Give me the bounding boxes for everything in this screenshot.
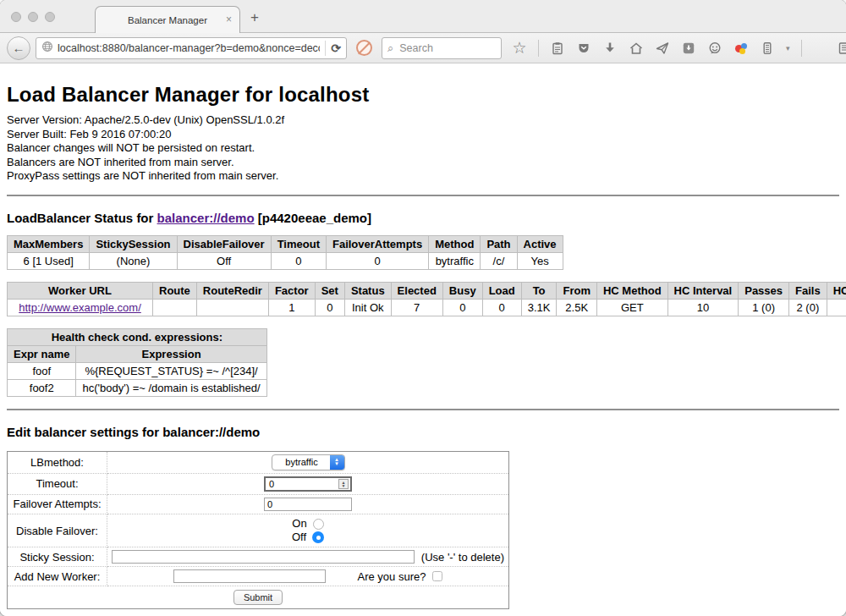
content-blocked-icon[interactable] [356, 40, 372, 56]
edit-balancer-heading: Edit balancer settings for balancer://de… [7, 425, 839, 439]
disable-failover-label: Disable Failover: [8, 514, 107, 547]
worker-url-link[interactable]: http://www.example.com/ [19, 301, 141, 314]
failover-attempts-value: 0 [267, 499, 272, 509]
tab-strip: Balancer Manager × + [0, 0, 846, 32]
col-expression: Expression [76, 345, 266, 362]
sticky-session-row: Sticky Session: (Use '-' to delete) [8, 547, 509, 567]
save-to-device-icon[interactable] [681, 41, 696, 56]
download-arrow-icon[interactable] [602, 41, 618, 56]
maximize-window-button[interactable] [45, 12, 55, 22]
col-active: Active [517, 235, 563, 252]
failover-attempts-row: Failover Attempts: 0 [8, 494, 509, 514]
balancer-status-table: MaxMembers StickySession DisableFailover… [7, 235, 563, 270]
search-input[interactable] [398, 41, 496, 55]
bookmark-star-icon[interactable]: ☆ [512, 41, 527, 56]
number-stepper-icon[interactable]: ▲▼ [338, 479, 349, 489]
back-button[interactable]: ← [7, 36, 30, 60]
failover-attempts-label: Failover Attempts: [8, 494, 107, 514]
balancer-demo-link[interactable]: balancer://demo [157, 211, 255, 225]
close-window-button[interactable] [11, 12, 21, 22]
radio-off-label: Off [292, 531, 306, 544]
add-worker-row: Add New Worker: Are you sure? [8, 567, 509, 586]
notice-inherit-balancers: Balancers are NOT inherited from main se… [7, 156, 839, 170]
health-title-row: Health check cond. expressions: [8, 328, 267, 345]
radio-on[interactable] [313, 519, 324, 530]
worker-table: Worker URL Route RouteRedir Factor Set S… [7, 282, 846, 316]
sticky-session-hint: (Use '-' to delete) [421, 551, 504, 564]
col-worker-url: Worker URL [8, 282, 153, 299]
col-timeout: Timeout [271, 235, 326, 252]
tab-title: Balancer Manager [128, 15, 207, 25]
home-icon[interactable] [629, 41, 644, 56]
health-table-title: Health check cond. expressions: [8, 328, 267, 345]
sticky-session-label: Sticky Session: [8, 547, 107, 567]
toolbar-icons: ☆ [512, 40, 846, 57]
lbmethod-label: LBmethod: [8, 451, 107, 473]
lbmethod-select[interactable]: bytraffic ▲▼ [272, 454, 345, 470]
submit-row: Submit [8, 586, 509, 609]
col-failoverattempts: FailoverAttempts [326, 235, 428, 252]
search-icon: ⌕ [387, 41, 393, 55]
balancer-header-row: MaxMembers StickySession DisableFailover… [8, 235, 563, 252]
lbmethod-selected-value: bytraffic [272, 455, 330, 470]
are-you-sure-checkbox[interactable] [432, 571, 442, 581]
reader-grid-icon[interactable] [838, 41, 846, 56]
menu-hamburger-icon[interactable] [813, 42, 827, 53]
minimize-window-button[interactable] [28, 12, 38, 22]
container-battery-icon[interactable] [760, 41, 775, 56]
chevron-down-icon[interactable]: ▾ [786, 44, 790, 52]
navigation-toolbar: ← localhost:8880/balancer-manager?b=demo… [0, 32, 846, 63]
chat-smiley-icon[interactable] [707, 41, 722, 56]
server-version: Server Version: Apache/2.5.0-dev (Unix) … [7, 113, 839, 128]
are-you-sure-label: Are you sure? [358, 570, 426, 583]
divider-2 [7, 409, 839, 410]
radio-off[interactable] [312, 531, 324, 543]
url-bar[interactable]: localhost:8880/balancer-manager?b=demo&n… [36, 37, 347, 59]
submit-button[interactable]: Submit [233, 590, 283, 605]
col-method: Method [429, 235, 481, 252]
toolbar-divider-2 [801, 40, 802, 57]
health-check-table: Health check cond. expressions: Expr nam… [7, 328, 267, 397]
timeout-input[interactable]: 0 ▲▼ [264, 476, 352, 492]
col-maxmembers: MaxMembers [8, 235, 90, 252]
server-built: Server Built: Feb 9 2016 07:00:20 [7, 128, 839, 142]
timeout-label: Timeout: [8, 473, 107, 494]
notice-persist: Balancer changes will NOT be persisted o… [7, 141, 839, 156]
notice-inherit-proxypass: ProxyPass settings are NOT inherited fro… [7, 169, 839, 184]
status-heading-prefix: LoadBalancer Status for [7, 211, 157, 225]
url-text[interactable]: localhost:8880/balancer-manager?b=demo&n… [58, 42, 320, 54]
reload-icon[interactable]: ⟳ [331, 41, 341, 55]
add-worker-input[interactable] [173, 569, 326, 583]
page-title: Load Balancer Manager for localhost [7, 83, 839, 107]
browser-window: Balancer Manager × + ← localhost:8880/ba… [0, 0, 846, 616]
balancer-data-row: 6 [1 Used] (None) Off 0 0 bytraffic /c/ … [8, 252, 563, 269]
pocket-icon[interactable] [576, 41, 591, 56]
send-plane-icon[interactable] [655, 41, 670, 56]
select-stepper-icon: ▲▼ [330, 455, 344, 470]
health-row-foof: foof %{REQUEST_STATUS} =~ /^[234]/ [8, 362, 267, 379]
colored-dots-extension-icon[interactable] [733, 41, 749, 56]
col-stickysession: StickySession [90, 235, 177, 252]
loadbalancer-status-heading: LoadBalancer Status for balancer://demo … [7, 211, 839, 225]
worker-data-row: http://www.example.com/ 1 0 Init Ok 7 0 … [8, 299, 846, 316]
new-tab-button[interactable]: + [250, 10, 259, 25]
clipboard-icon[interactable] [550, 41, 565, 56]
health-header-row: Expr name Expression [8, 345, 267, 362]
timeout-row: Timeout: 0 ▲▼ [8, 473, 509, 494]
disable-failover-row: Disable Failover: On Off [8, 514, 509, 547]
tab-balancer-manager[interactable]: Balancer Manager × [95, 6, 240, 33]
search-bar[interactable]: ⌕ [382, 37, 502, 59]
health-row-foof2: foof2 hc('body') =~ /domain is establish… [8, 379, 267, 396]
status-heading-suffix: [p4420eeae_demo] [255, 211, 371, 225]
sticky-session-input[interactable] [112, 550, 415, 564]
failover-attempts-input[interactable]: 0 [264, 498, 352, 511]
edit-balancer-form: LBmethod: bytraffic ▲▼ Timeout: 0 ▲▼ [7, 451, 509, 610]
globe-icon [41, 41, 53, 55]
lbmethod-row: LBmethod: bytraffic ▲▼ [8, 451, 509, 473]
tab-close-icon[interactable]: × [226, 14, 232, 25]
url-divider [325, 41, 326, 56]
col-disablefailover: DisableFailover [177, 235, 271, 252]
divider [7, 195, 839, 196]
col-expr-name: Expr name [8, 345, 76, 362]
radio-on-label: On [292, 517, 306, 531]
